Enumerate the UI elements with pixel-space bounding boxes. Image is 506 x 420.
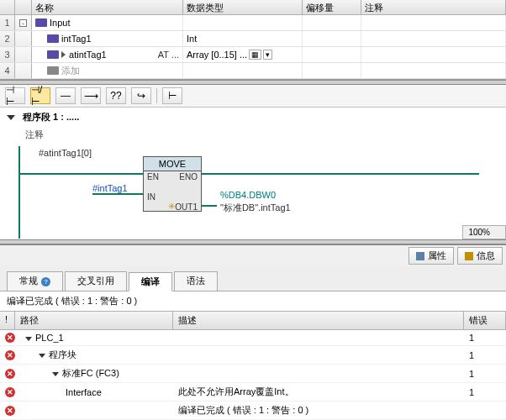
var-table-header: 名称 数据类型 偏移量 注释 xyxy=(0,0,506,15)
help-icon: ? xyxy=(41,277,50,286)
pin-in: IN xyxy=(147,192,155,202)
label-in-operand[interactable]: #intTag1 xyxy=(92,183,128,193)
properties-icon xyxy=(416,252,424,260)
col-comment[interactable]: 注释 xyxy=(361,0,506,14)
col-errors[interactable]: 错误 xyxy=(464,312,506,329)
chevron-down-icon[interactable] xyxy=(52,372,59,376)
tb-empty-box[interactable]: ?? xyxy=(106,87,126,104)
tb-coil[interactable]: ⟶ xyxy=(81,87,101,104)
error-icon: ✕ xyxy=(5,333,15,343)
fold-icon[interactable]: - xyxy=(19,19,27,27)
tag-chip-icon xyxy=(47,34,59,43)
toolbar-separator xyxy=(156,88,157,103)
wire-en xyxy=(18,173,143,175)
tab-properties[interactable]: 属性 xyxy=(408,247,454,265)
expand-icon[interactable] xyxy=(61,51,66,58)
compile-tabs: 常规? 交叉引用 编译 语法 xyxy=(0,266,506,291)
compile-status: 编译已完成 ( 错误 : 1 : 警告 : 0 ) xyxy=(0,291,506,311)
tb-open-branch[interactable]: ⊢ xyxy=(162,87,182,104)
tb-jump[interactable]: ↪ xyxy=(131,87,151,104)
compile-result-row[interactable]: ✕Interface此处不允许用Array覆盖Int。1 xyxy=(0,383,506,402)
tab-info[interactable]: 信息 xyxy=(457,247,503,265)
label-block-input-top[interactable]: #atintTag1[0] xyxy=(39,148,92,158)
col-status-icon[interactable]: ! xyxy=(0,312,15,329)
compile-result-row[interactable]: ✕程序块1 xyxy=(0,346,506,365)
chevron-down-icon[interactable] xyxy=(25,337,32,341)
wire-eno xyxy=(202,173,479,175)
var-name-text: Input xyxy=(50,18,70,28)
compile-result-row[interactable]: ✕标准FC (FC3)1 xyxy=(0,365,506,383)
segment-comment[interactable]: 注释 xyxy=(0,127,506,146)
var-name-text: intTag1 xyxy=(61,34,91,44)
move-block-title: MOVE xyxy=(144,157,201,171)
power-rail xyxy=(18,146,20,239)
var-name-text: atintTag1 xyxy=(69,50,107,60)
expand-out-icon[interactable]: ✳ xyxy=(168,202,175,211)
wire-out xyxy=(202,205,217,207)
compile-panel: 编译已完成 ( 错误 : 1 : 警告 : 0 ) ! 路径 描述 错误 ✕PL… xyxy=(0,291,506,420)
ladder-editor[interactable]: 程序段 1 : ..... 注释 MOVE EN ENO IN OUT1 ✳ #… xyxy=(0,108,506,239)
col-path[interactable]: 路径 xyxy=(15,312,173,329)
col-description[interactable]: 描述 xyxy=(173,312,464,329)
col-offset[interactable]: 偏移量 xyxy=(303,0,361,14)
type-expand-icon[interactable]: ▾ xyxy=(263,50,272,60)
segment-title-text: 程序段 1 : ..... xyxy=(23,112,79,122)
pin-out1: OUT1 xyxy=(175,202,198,212)
tb-branch[interactable]: — xyxy=(55,87,76,104)
ladder-toolbar: ⊣ ⊢ ⊣/⊢ — ⟶ ?? ↪ ⊢ xyxy=(0,85,506,108)
tag-chip-icon xyxy=(47,66,59,75)
label-out-address[interactable]: %DB4.DBW0 xyxy=(220,190,276,200)
var-row[interactable]: 3 atintTag1AT ...Array [0..15] ...▦▾ xyxy=(0,47,506,63)
inspector-tabs: 属性 信息 xyxy=(0,244,506,266)
tab-compile[interactable]: 编译 xyxy=(129,272,172,291)
variable-table: 名称 数据类型 偏移量 注释 1- Input2 intTag1Int3 ati… xyxy=(0,0,506,80)
label-out-symbol[interactable]: "标准DB".intTag1 xyxy=(220,202,291,214)
tag-chip-icon xyxy=(35,18,47,27)
var-row[interactable]: 1- Input xyxy=(0,15,506,31)
chevron-down-icon xyxy=(7,115,15,120)
error-icon: ✕ xyxy=(5,406,15,416)
tab-general[interactable]: 常规? xyxy=(7,271,63,291)
ladder-network[interactable]: MOVE EN ENO IN OUT1 ✳ #atintTag1[0] #int… xyxy=(0,146,506,239)
chevron-down-icon[interactable] xyxy=(39,354,45,358)
var-row[interactable]: 2 intTag1Int xyxy=(0,31,506,47)
tb-contact-no[interactable]: ⊣ ⊢ xyxy=(5,87,25,104)
var-row[interactable]: 4 添加 xyxy=(0,63,506,79)
compile-results-header: ! 路径 描述 错误 xyxy=(0,311,506,330)
error-icon: ✕ xyxy=(5,387,15,397)
col-type[interactable]: 数据类型 xyxy=(183,0,303,14)
tab-syntax[interactable]: 语法 xyxy=(174,271,218,291)
col-name[interactable]: 名称 xyxy=(32,0,183,14)
error-icon: ✕ xyxy=(5,369,15,379)
segment-title[interactable]: 程序段 1 : ..... xyxy=(0,108,506,127)
tag-chip-icon xyxy=(47,50,59,59)
zoom-indicator[interactable]: 100% xyxy=(462,225,506,239)
wire-in xyxy=(92,193,143,195)
tab-crossref[interactable]: 交叉引用 xyxy=(65,271,127,291)
compile-result-row[interactable]: ✕编译已完成 ( 错误 : 1 : 警告 : 0 ) xyxy=(0,402,506,420)
info-icon xyxy=(465,252,473,260)
pin-eno: ENO xyxy=(179,172,198,181)
var-name-text: 添加 xyxy=(61,65,80,77)
error-icon: ✕ xyxy=(5,350,15,360)
pin-en: EN xyxy=(147,172,159,181)
compile-result-row[interactable]: ✕PLC_11 xyxy=(0,330,506,346)
type-dropdown-icon[interactable]: ▦ xyxy=(249,50,261,60)
tb-contact-nc[interactable]: ⊣/⊢ xyxy=(30,87,50,104)
